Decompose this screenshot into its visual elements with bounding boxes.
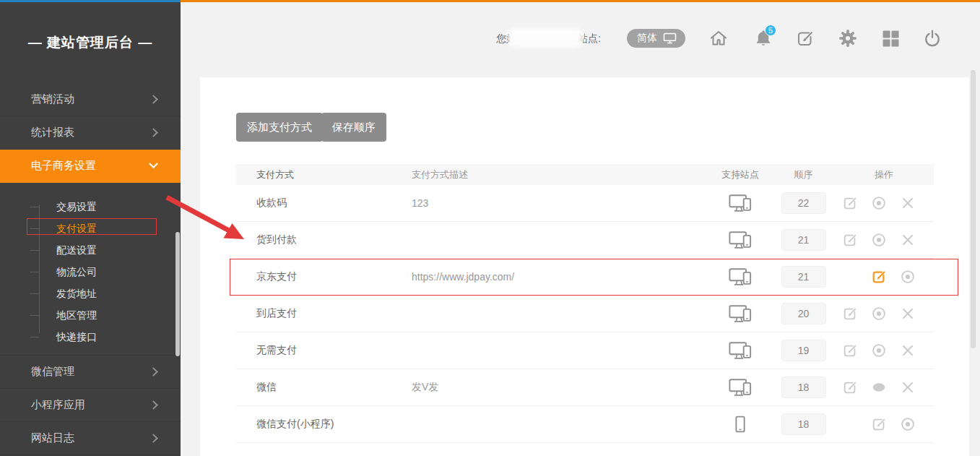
- save-order-button[interactable]: 保存顺序: [321, 113, 386, 142]
- top-accent-bar: [181, 0, 980, 2]
- submenu-label: 物流公司: [56, 266, 97, 278]
- view-icon[interactable]: [870, 194, 888, 212]
- delete-icon[interactable]: [899, 194, 916, 212]
- submenu-label: 发货地址: [56, 288, 97, 299]
- compose-icon[interactable]: [795, 28, 815, 48]
- home-icon[interactable]: [708, 28, 729, 48]
- table-row: 微信支付(小程序) 18: [236, 406, 934, 443]
- table-row: 微信 发V发 18: [236, 369, 934, 406]
- chevron-down-icon: [149, 159, 158, 168]
- edit-icon[interactable]: [841, 342, 859, 359]
- desktop-mobile-icon: [708, 231, 773, 250]
- submenu-item-transaction[interactable]: 交易设置: [0, 196, 181, 218]
- sidebar-item-reports[interactable]: 统计报表: [0, 116, 181, 150]
- payment-method-name: 微信支付(小程序): [236, 418, 412, 431]
- order-input[interactable]: 18: [781, 377, 826, 398]
- tree-tick: [30, 228, 39, 229]
- order-input[interactable]: 21: [781, 229, 826, 251]
- sidebar-item-site-logs[interactable]: 网站日志: [0, 422, 181, 455]
- order-input[interactable]: 18: [781, 413, 826, 435]
- notification-badge: 5: [765, 25, 776, 36]
- view-icon[interactable]: [899, 416, 916, 433]
- order-input[interactable]: 20: [781, 303, 826, 324]
- edit-icon[interactable]: [841, 379, 859, 396]
- bell-icon[interactable]: 5: [753, 28, 773, 48]
- table-row: 收款码 123 22: [236, 185, 934, 222]
- delete-icon[interactable]: [899, 305, 916, 322]
- submenu-item-express-api[interactable]: 快递接口: [0, 326, 181, 348]
- desktop-mobile-icon: [708, 304, 773, 324]
- sidebar-item-label: 统计报表: [31, 126, 74, 139]
- view-icon[interactable]: [899, 268, 916, 285]
- sidebar-item-ecommerce-settings[interactable]: 电子商务设置: [0, 150, 181, 183]
- sidebar-item-marketing[interactable]: 营销活动: [0, 83, 181, 116]
- sidebar-item-label: 微信管理: [31, 365, 74, 379]
- tree-tick: [30, 337, 39, 337]
- language-label: 简体: [637, 32, 657, 45]
- chevron-right-icon: [149, 434, 158, 443]
- sidebar-item-wechat[interactable]: 微信管理: [0, 356, 181, 389]
- gear-icon[interactable]: [838, 28, 858, 48]
- payment-method-desc: 发V发: [412, 381, 708, 394]
- submenu-item-region[interactable]: 地区管理: [0, 304, 181, 326]
- payment-methods-table: 支付方式 支付方式描述 支持站点 顺序 操作 收款码 123 22 货到付款: [236, 164, 934, 443]
- delete-icon[interactable]: [899, 379, 916, 396]
- payment-method-name: 到店支付: [236, 307, 412, 320]
- table-row: 到店支付 20: [236, 296, 934, 332]
- view-icon[interactable]: [870, 342, 888, 359]
- submenu-label: 地区管理: [56, 309, 97, 321]
- submenu-item-shipping-address[interactable]: 发货地址: [0, 283, 181, 304]
- payment-method-name: 微信: [236, 381, 412, 394]
- delete-icon[interactable]: [899, 231, 916, 249]
- table-row-highlighted: 京东支付 https://www.jdpay.com/ 21: [236, 259, 934, 296]
- header-desc: 支付方式描述: [412, 168, 708, 181]
- payment-method-name: 货到付款: [236, 233, 412, 246]
- sidebar: — 建站管理后台 — 营销活动 统计报表 电子商务设置 交易设置 支付设置 配送…: [0, 0, 181, 456]
- order-input[interactable]: 22: [781, 192, 826, 214]
- chevron-right-icon: [149, 400, 158, 410]
- submenu-item-logistics[interactable]: 物流公司: [0, 261, 181, 283]
- sidebar-item-label: 网站日志: [31, 431, 74, 445]
- delete-icon[interactable]: [899, 342, 916, 359]
- language-button[interactable]: 简体: [627, 29, 685, 48]
- submenu-item-delivery[interactable]: 配送设置: [0, 239, 181, 261]
- sidebar-scrollbar[interactable]: [175, 232, 180, 356]
- add-payment-method-button[interactable]: 添加支付方式: [236, 113, 323, 142]
- sidebar-item-label: 电子商务设置: [31, 159, 96, 173]
- desktop-mobile-icon: [708, 378, 773, 397]
- table-header-row: 支付方式 支付方式描述 支持站点 顺序 操作: [236, 164, 934, 185]
- header-actions: 操作: [834, 168, 934, 181]
- view-icon[interactable]: [870, 231, 888, 249]
- payment-method-name: 无需支付: [236, 344, 412, 357]
- order-input[interactable]: 19: [781, 340, 826, 361]
- monitor-icon: [663, 33, 677, 44]
- tree-tick: [30, 293, 39, 294]
- edit-icon[interactable]: [870, 416, 888, 433]
- edit-icon[interactable]: [841, 231, 859, 249]
- header-order: 顺序: [773, 168, 834, 181]
- content-card: 添加支付方式 保存顺序 支付方式 支付方式描述 支持站点 顺序 操作 收款码 1…: [200, 77, 969, 456]
- edit-icon-active[interactable]: [870, 268, 888, 285]
- header-method: 支付方式: [236, 168, 412, 181]
- desktop-mobile-icon: [708, 267, 773, 287]
- view-icon[interactable]: [870, 305, 888, 322]
- order-input[interactable]: 21: [781, 266, 826, 288]
- desktop-mobile-icon: [708, 194, 773, 213]
- desktop-mobile-icon: [708, 341, 773, 361]
- power-icon[interactable]: [922, 28, 942, 48]
- chevron-right-icon: [149, 95, 158, 104]
- edit-icon[interactable]: [841, 194, 859, 212]
- tree-tick: [30, 315, 39, 316]
- payment-method-desc: 123: [412, 197, 708, 209]
- sidebar-item-miniprogram[interactable]: 小程序应用: [0, 389, 181, 422]
- table-row: 无需支付 19: [236, 332, 934, 369]
- edit-icon[interactable]: [841, 305, 859, 322]
- submenu-item-payment[interactable]: 支付设置: [0, 218, 181, 239]
- payment-method-name: 京东支付: [236, 270, 412, 283]
- grid-icon[interactable]: [880, 28, 901, 48]
- submenu-label: 交易设置: [56, 201, 97, 212]
- payment-method-desc: https://www.jdpay.com/: [412, 271, 708, 283]
- hidden-icon[interactable]: [870, 379, 888, 396]
- content-scrollbar[interactable]: [971, 70, 976, 348]
- chevron-right-icon: [149, 367, 158, 377]
